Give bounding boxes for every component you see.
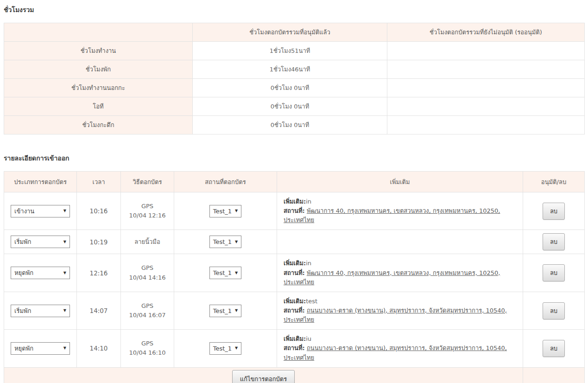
extra-info-cell: เพิ่มเติม:test สถานที่: ถนนบางนา-ตราด (ท… xyxy=(277,292,523,329)
details-footer-row: แก้ไขการตอกบัตร xyxy=(4,367,585,383)
extra-note-label: เพิ่มเติม: xyxy=(284,298,306,305)
clock-type-select[interactable]: เริ่มพัก ▼ xyxy=(11,305,70,317)
edit-button-cell: แก้ไขการตอกบัตร xyxy=(4,367,523,383)
extra-place-label: สถานที่: xyxy=(284,307,305,314)
clock-type-value: หยุดพัก xyxy=(14,344,33,353)
method-name: ลายนิ้วมือ xyxy=(121,237,173,247)
clock-row: เริ่มพัก ▼ 14:07 GPS 10/04 16:07 Test_1 … xyxy=(4,292,585,329)
method-datetime: 10/04 14:16 xyxy=(121,273,173,282)
header-method: วิธีตอกบัตร xyxy=(121,172,174,192)
clock-type-select[interactable]: หยุดพัก ▼ xyxy=(11,267,70,279)
dropdown-arrow-icon: ▼ xyxy=(235,209,238,213)
dropdown-arrow-icon: ▼ xyxy=(63,271,66,275)
delete-button[interactable]: ลบ xyxy=(543,302,565,319)
location-value: Test_1 xyxy=(213,307,232,314)
method-datetime: 10/04 16:10 xyxy=(121,348,173,357)
location-select[interactable]: Test_1 ▼ xyxy=(209,267,242,279)
clock-type-value: เริ่มพัก xyxy=(14,306,31,316)
extra-note-label: เพิ่มเติม: xyxy=(284,260,306,267)
location-value: Test_1 xyxy=(213,238,232,245)
totals-approved-value: 0ชั่วโมง 0นาที xyxy=(193,97,387,116)
dropdown-arrow-icon: ▼ xyxy=(235,346,238,350)
extra-note-value: in xyxy=(306,198,311,205)
place-link[interactable]: พัฒนาการ 40, กรุงเทพมหานคร, เขตสวนหลวง, … xyxy=(284,269,500,286)
totals-pending-value xyxy=(387,116,585,134)
clock-details-table: ประเภทการตอกบัตร เวลา วิธีตอกบัตร สถานที… xyxy=(4,171,585,383)
totals-approved-value: 0ชั่วโมง 0นาที xyxy=(193,116,387,134)
totals-row-work: ชั่วโมงทำงาน 1ชั่วโมง51นาที xyxy=(4,42,585,60)
extra-place-label: สถานที่: xyxy=(284,207,305,214)
place-link[interactable]: พัฒนาการ 40, กรุงเทพมหานคร, เขตสวนหลวง, … xyxy=(284,207,500,223)
clock-details-title: รายละเอียดการเข้าออก xyxy=(4,152,584,163)
method-name: GPS xyxy=(121,202,173,211)
clock-row: หยุดพัก ▼ 14:10 GPS 10/04 16:10 Test_1 ▼ xyxy=(4,330,585,367)
clock-time: 10:19 xyxy=(77,230,121,254)
header-time: เวลา xyxy=(77,172,121,192)
delete-button[interactable]: ลบ xyxy=(543,233,565,250)
method-name: GPS xyxy=(121,301,173,311)
totals-pending-header: ชั่วโมงตอกบัตรรวมที่ยังไม่อนุมัติ (รออนุ… xyxy=(387,23,585,42)
totals-header-row: ชั่วโมงตอกบัตรรวมที่อนุมัติแล้ว ชั่วโมงต… xyxy=(4,23,585,42)
totals-row-offshift: ชั่วโมงทำงานนอกกะ 0ชั่วโมง 0นาที xyxy=(4,79,585,97)
location-select[interactable]: Test_1 ▼ xyxy=(209,342,242,355)
totals-pending-value xyxy=(387,60,585,79)
extra-place-label: สถานที่: xyxy=(284,345,305,351)
dropdown-arrow-icon: ▼ xyxy=(63,346,66,350)
place-link[interactable]: ถนนบางนา-ตราด (ทางขนาน), สมุทรปราการ, จั… xyxy=(284,307,507,323)
dropdown-arrow-icon: ▼ xyxy=(63,309,66,313)
extra-note-label: เพิ่มเติม: xyxy=(284,198,306,205)
method-datetime: 10/04 16:07 xyxy=(121,311,173,320)
location-value: Test_1 xyxy=(213,345,232,352)
location-select[interactable]: Test_1 ▼ xyxy=(209,305,242,317)
extra-info-cell: เพิ่มเติม:in สถานที่: พัฒนาการ 40, กรุงเ… xyxy=(277,192,523,230)
clock-type-value: เริ่มพัก xyxy=(14,237,31,247)
totals-row-label: ชั่วโมงพัก xyxy=(4,60,193,79)
totals-approved-value: 1ชั่วโมง51นาที xyxy=(193,42,387,60)
header-location: สถานที่ตอกบัตร xyxy=(174,172,277,192)
clock-method: ลายนิ้วมือ xyxy=(121,230,174,254)
clock-type-select[interactable]: เริ่มพัก ▼ xyxy=(11,236,70,248)
extra-note-label: เพิ่มเติม: xyxy=(284,335,306,342)
delete-button[interactable]: ลบ xyxy=(543,340,565,357)
clock-type-value: เข้างาน xyxy=(14,206,34,216)
location-select[interactable]: Test_1 ▼ xyxy=(209,236,242,248)
extra-place-label: สถานที่: xyxy=(284,269,305,276)
header-clock-type: ประเภทการตอกบัตร xyxy=(4,172,77,192)
clock-method: GPS 10/04 14:16 xyxy=(121,254,174,292)
totals-pending-value xyxy=(387,79,585,97)
totals-corner-cell xyxy=(4,23,193,42)
totals-pending-value xyxy=(387,42,585,60)
method-datetime: 10/04 12:16 xyxy=(121,211,173,220)
clock-row: หยุดพัก ▼ 12:16 GPS 10/04 14:16 Test_1 ▼ xyxy=(4,254,585,292)
totals-row-ot: โอที 0ชั่วโมง 0นาที xyxy=(4,97,585,116)
totals-row-label: โอที xyxy=(4,97,193,116)
method-name: GPS xyxy=(121,339,173,348)
clock-time: 14:07 xyxy=(77,292,121,329)
clock-time: 12:16 xyxy=(77,254,121,292)
header-approve-delete: อนุมัติ/ลบ xyxy=(523,172,585,192)
clock-type-select[interactable]: หยุดพัก ▼ xyxy=(11,342,70,355)
totals-approved-value: 0ชั่วโมง 0นาที xyxy=(193,79,387,97)
dropdown-arrow-icon: ▼ xyxy=(235,240,238,244)
extra-note-value: in xyxy=(306,260,311,267)
location-select[interactable]: Test_1 ▼ xyxy=(209,205,242,217)
totals-row-label: ชั่วโมงกะดึก xyxy=(4,116,193,134)
dropdown-arrow-icon: ▼ xyxy=(235,271,238,275)
clock-method: GPS 10/04 12:16 xyxy=(121,192,174,230)
location-value: Test_1 xyxy=(213,269,232,276)
clock-type-select[interactable]: เข้างาน ▼ xyxy=(11,205,70,217)
extra-info-cell xyxy=(277,230,523,254)
edit-clocking-button[interactable]: แก้ไขการตอกบัตร xyxy=(232,370,295,383)
total-hours-title: ชั่วโมงรวม xyxy=(4,4,584,15)
totals-approved-header: ชั่วโมงตอกบัตรรวมที่อนุมัติแล้ว xyxy=(193,23,387,42)
delete-button[interactable]: ลบ xyxy=(543,203,565,220)
extra-note-value: test xyxy=(306,298,317,305)
place-link[interactable]: ถนนบางนา-ตราด (ทางขนาน), สมุทรปราการ, จั… xyxy=(284,345,507,361)
dropdown-arrow-icon: ▼ xyxy=(63,209,66,213)
clock-time: 14:10 xyxy=(77,330,121,367)
clock-row: เริ่มพัก ▼ 10:19 ลายนิ้วมือ Test_1 ▼ xyxy=(4,230,585,254)
clock-time: 10:16 xyxy=(77,192,121,230)
clock-method: GPS 10/04 16:07 xyxy=(121,292,174,329)
delete-button[interactable]: ลบ xyxy=(543,264,565,281)
details-header-row: ประเภทการตอกบัตร เวลา วิธีตอกบัตร สถานที… xyxy=(4,172,585,192)
